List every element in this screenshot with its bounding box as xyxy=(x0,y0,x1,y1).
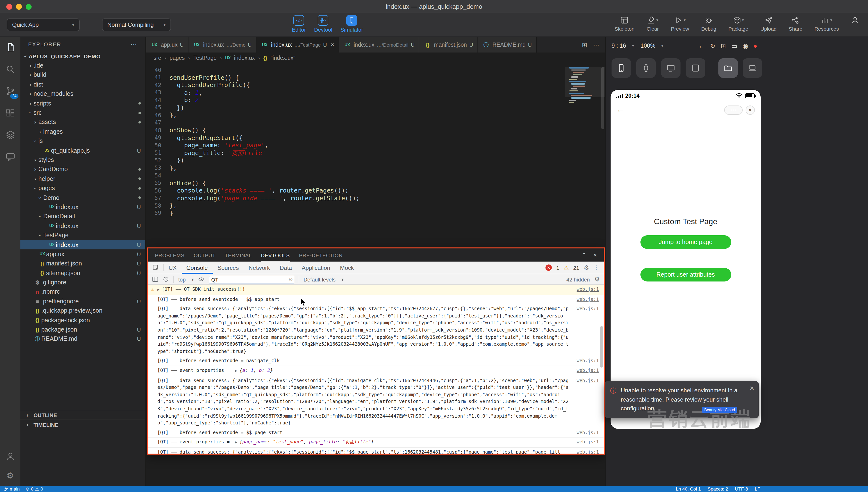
tree-item-qt-quickapp-js[interactable]: JSqt_quickapp.jsU xyxy=(20,146,145,155)
more-actions-icon[interactable]: ⋯ xyxy=(593,41,599,48)
skeleton-button[interactable]: Skeleton xyxy=(615,16,635,32)
tree-item-build[interactable]: ›build xyxy=(20,71,145,80)
close-app-icon[interactable]: ✕ xyxy=(745,105,755,115)
devtools-tab-ux[interactable]: UX xyxy=(164,262,181,274)
tree-item-node-modules[interactable]: ›node_modules xyxy=(20,89,145,99)
tree-item-npmrc[interactable]: n.npmrc xyxy=(20,287,145,297)
breadcrumb-item-pages[interactable]: pages xyxy=(169,55,185,61)
console-source-link[interactable]: web.js:1 xyxy=(577,286,599,293)
tree-item-package-lock-json[interactable]: {}package-lock.json xyxy=(20,316,145,325)
explorer-icon[interactable] xyxy=(4,41,16,53)
log-levels-dropdown[interactable]: Default levels▾ xyxy=(304,276,344,282)
breadcrumb[interactable]: src›pages›TestPage›UXindex.ux›{}"index.u… xyxy=(146,52,605,63)
console-context-dropdown[interactable]: top▾ xyxy=(178,276,194,282)
expand-arrow-icon[interactable]: ▶ xyxy=(157,287,162,292)
package-button[interactable]: ▾Package xyxy=(728,16,748,32)
inspect-element-icon[interactable] xyxy=(148,264,164,271)
clear-button[interactable]: ▾Clear xyxy=(647,16,659,32)
editor-tab-index-ux[interactable]: UXindex.ux…/TestPageU× xyxy=(257,37,339,52)
zoom-level-dropdown[interactable]: 100%▾ xyxy=(640,42,663,49)
tree-item-helper[interactable]: ›helper xyxy=(20,174,145,183)
upload-button[interactable]: Upload xyxy=(760,16,777,32)
tree-item-testpage[interactable]: ›TestPage xyxy=(20,231,145,240)
expand-arrow-icon[interactable]: ▶ xyxy=(235,440,239,445)
editor-scrollbar[interactable] xyxy=(601,67,604,129)
close-icon[interactable]: ✕ xyxy=(749,384,754,393)
clear-console-icon[interactable] xyxy=(163,276,169,282)
refresh-icon[interactable]: ↻ xyxy=(710,42,715,49)
gear-icon[interactable]: ⚙ xyxy=(4,470,16,481)
zoom-window-button[interactable] xyxy=(26,4,32,10)
tree-item-readme-md[interactable]: ⓘREADME.mdU xyxy=(20,334,145,344)
preview-button[interactable]: ▾Preview xyxy=(671,16,689,32)
back-arrow-icon[interactable]: ← xyxy=(616,105,625,115)
console-output[interactable]: ⚠▶ [QT] —— QT SDK init success!!!web.js:… xyxy=(148,285,604,453)
jump-home-button[interactable]: Jump to home page xyxy=(640,235,731,249)
screenshot-icon[interactable]: ◉ xyxy=(743,42,748,49)
devtools-tab-network[interactable]: Network xyxy=(244,262,275,274)
search-icon[interactable] xyxy=(4,63,16,75)
tree-item-quickapp-preview-json[interactable]: {}.quickapp.preview.json xyxy=(20,306,145,316)
tree-item-sitemap-json[interactable]: {}sitemap.jsonU xyxy=(20,268,145,278)
tree-item-index-ux[interactable]: UXindex.uxU xyxy=(20,240,145,250)
tree-item-styles[interactable]: ›styles xyxy=(20,155,145,165)
tree-item-index-ux[interactable]: UXindex.uxU xyxy=(20,202,145,212)
tree-item-js[interactable]: ›js xyxy=(20,137,145,146)
devtools-tab-data[interactable]: Data xyxy=(275,262,297,274)
project-type-dropdown[interactable]: Quick App ▾ xyxy=(7,19,80,31)
devtools-tab-console[interactable]: Console xyxy=(181,262,212,274)
split-editor-icon[interactable]: ⊞ xyxy=(582,41,587,48)
source-control-icon[interactable]: 24 xyxy=(4,85,16,97)
tree-item-index-ux[interactable]: UXindex.uxU xyxy=(20,221,145,231)
editor-tab-index-ux[interactable]: UXindex.ux…/DemoDetailU xyxy=(339,37,419,52)
device-tablet-button[interactable] xyxy=(686,58,705,78)
mode-button-editor[interactable]: </>Editor xyxy=(292,15,306,32)
device-watch-button[interactable] xyxy=(636,58,656,78)
tree-item-demo[interactable]: ›Demo xyxy=(20,193,145,202)
collapse-panel-icon[interactable]: ⌃ xyxy=(582,252,587,259)
panel-tab-problems[interactable]: PROBLEMS xyxy=(155,248,185,262)
mode-button-simulator[interactable]: Simulator xyxy=(341,15,363,32)
cursor-position-item[interactable]: Ln 40, Col 1 xyxy=(676,486,701,492)
breadcrumb-item-index-ux[interactable]: index.ux xyxy=(234,55,255,61)
tree-item-prettierignore[interactable]: ≡.prettierignoreU xyxy=(20,297,145,306)
editor-tab-readme-md[interactable]: ⓘREADME.mdU xyxy=(478,37,537,52)
minimize-window-button[interactable] xyxy=(16,4,22,10)
problems-item[interactable]: ⊘0 ⚠0 xyxy=(26,486,43,492)
breadcrumb-item-src[interactable]: src xyxy=(154,55,161,61)
console-filter-input[interactable]: ⊗ xyxy=(209,275,294,283)
more-actions-icon[interactable]: ⋯ xyxy=(131,41,137,48)
editor-tab-index-ux[interactable]: UXindex.ux…/DemoU xyxy=(188,37,257,52)
tree-item-carddemo[interactable]: ›CardDemo xyxy=(20,165,145,174)
record-icon[interactable]: ● xyxy=(753,42,757,49)
console-source-link[interactable]: web.js:1 xyxy=(577,358,599,365)
back-arrow-icon[interactable]: ← xyxy=(698,42,705,49)
tree-item-assets[interactable]: ›assets xyxy=(20,117,145,127)
warning-badge-icon[interactable]: ⚠ xyxy=(564,264,569,271)
tree-item-package-json[interactable]: {}package.jsonU xyxy=(20,325,145,335)
tree-item-images[interactable]: ›images xyxy=(20,127,145,137)
error-badge-icon[interactable]: ✕ xyxy=(546,265,552,271)
tree-item-src[interactable]: ›src xyxy=(20,108,145,118)
filter-text-field[interactable] xyxy=(211,276,287,282)
layers-icon[interactable] xyxy=(4,129,16,141)
device-phone-button[interactable] xyxy=(611,58,631,78)
grid-icon[interactable]: ⊞ xyxy=(720,42,726,49)
tree-item-aplus-quickapp-demo[interactable]: ›APLUS_QUICKAPP_DEMO xyxy=(20,52,145,61)
close-panel-icon[interactable]: × xyxy=(593,252,597,259)
tree-item-demodetail[interactable]: ›DemoDetail xyxy=(20,212,145,221)
minimap[interactable] xyxy=(568,67,597,130)
tree-item-app-ux[interactable]: UXapp.uxU xyxy=(20,249,145,259)
tree-item-dist[interactable]: ›dist xyxy=(20,80,145,89)
console-scrollbar[interactable] xyxy=(600,326,603,368)
eol-item[interactable]: LF xyxy=(755,486,760,492)
console-source-link[interactable]: web.js:1 xyxy=(577,377,599,384)
more-menu-capsule[interactable]: ⋯ xyxy=(724,105,743,115)
tree-item-scripts[interactable]: ›scripts xyxy=(20,99,145,108)
debug-button[interactable]: Debug xyxy=(701,16,716,32)
resources-button[interactable]: ▾Resources xyxy=(815,16,839,32)
console-source-link[interactable]: web.js:1 xyxy=(577,367,599,374)
console-source-link[interactable]: web.js:1 xyxy=(577,296,599,303)
device-tv-button[interactable] xyxy=(661,58,681,78)
panel-tab-devtools[interactable]: DEVTOOLS xyxy=(261,248,290,262)
